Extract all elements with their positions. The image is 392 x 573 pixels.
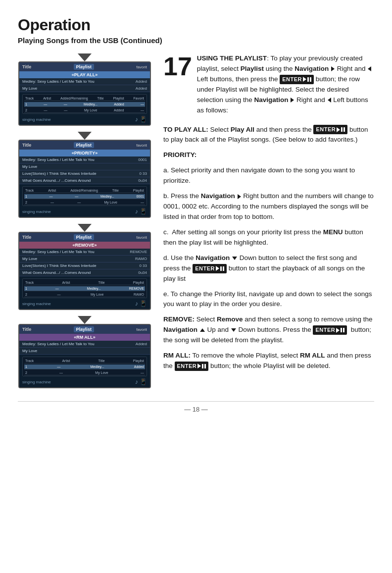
song-title-4-1: Medley: Sexy Ladies / Let Me Talk to You xyxy=(22,342,134,346)
song-num-3-2: RAMO xyxy=(135,257,147,261)
playlist-label-4: «RM ALL» xyxy=(19,334,150,341)
screen-block-1: Title Playlist favorit «PLAY ALL» Medley… xyxy=(18,53,151,126)
playlist-label-1: «PLAY ALL» xyxy=(19,71,150,78)
screen-row-4-2: My Love xyxy=(19,348,150,355)
small-row-3-2: 1—Medley...REMOVE xyxy=(24,286,145,291)
screen-header-1: Title Playlist favorit xyxy=(19,62,150,71)
enter-button-4: ENTER xyxy=(313,325,347,335)
main-content: Title Playlist favorit «PLAY ALL» Medley… xyxy=(18,53,374,389)
small-row-1: TrackArtistAdded/RemainingTitlePlaylistF… xyxy=(24,96,145,101)
screen-bottom-2: TrackArtistAdded/RemainingTitlePlaylist … xyxy=(19,184,150,217)
nav-right-icon-2 xyxy=(291,98,294,103)
song-num-1-2: Added xyxy=(136,86,147,91)
song-num-4-1: Added xyxy=(136,342,147,346)
screen-row-3-1: Medley: Sexy Ladies / Let Me Talk to You… xyxy=(19,249,150,256)
screen-header-3: Title Playlist favorit xyxy=(19,233,150,242)
song-title-2-3: Love(Stories) I Think She Knows Interlud… xyxy=(22,171,137,176)
screen-row-1-1: Medley: Sexy Ladies / Let Me Talk to You… xyxy=(19,78,150,85)
song-num-3-4: 0u34 xyxy=(138,270,147,275)
nav-up-icon-1 xyxy=(200,328,205,332)
song-title-1-2: My Love xyxy=(22,86,134,91)
song-num-3-1: REMOVE xyxy=(130,250,147,254)
playlist-label-3: «REMOVE» xyxy=(19,242,150,249)
col-fav-4: favorit xyxy=(136,327,147,332)
small-row-3: 2——My LoveAdded— xyxy=(24,108,145,113)
screen-block-3: Title Playlist favorit «REMOVE» Medley: … xyxy=(18,224,151,310)
screen-bottom-4: TrackArtistTitlePlaylist 1—Medley...Adde… xyxy=(19,355,150,387)
song-title-3-1: Medley: Sexy Ladies / Let Me Talk to You xyxy=(22,250,128,254)
screen-3: Title Playlist favorit «REMOVE» Medley: … xyxy=(18,232,151,310)
song-title-2-4: What Goes Around.../ ...Comes Around xyxy=(22,178,136,183)
screen-row-2-3: Love(Stories) I Think She Knows Interlud… xyxy=(19,170,150,177)
col-playlist-2: Playlist xyxy=(74,142,95,148)
footer-page-number: — 18 — xyxy=(184,406,208,413)
small-row-3-3: 2—My LoveRAMO xyxy=(24,292,145,297)
small-row-4-2: 1—Medley...Added xyxy=(24,365,145,369)
small-row-3-1: TrackArtistTitlePlaylist xyxy=(24,280,145,285)
enter-button-5: ENTER xyxy=(175,362,209,371)
screen-row-2-4: What Goes Around.../ ...Comes Around 0u3… xyxy=(19,177,150,184)
arrow-down-3 xyxy=(78,224,92,232)
small-row-2: 1——Medley...Added— xyxy=(24,102,145,107)
song-title-4-2: My Love xyxy=(22,349,145,353)
screen-row-2-1: Medley: Sexy Ladies / Let Me Talk to You… xyxy=(19,156,150,163)
song-title-2-2: My Love xyxy=(22,164,145,169)
song-title-3-4: What Goes Around.../ ...Comes Around xyxy=(22,270,136,275)
song-num-1-1: Added xyxy=(136,79,147,84)
song-title-3-2: My Love xyxy=(22,257,133,261)
screen-row-2-2: My Love xyxy=(19,163,150,170)
page-title: Operation xyxy=(18,16,374,34)
small-row-2-2: 1——Medley...0001 xyxy=(24,194,145,199)
screen-1: Title Playlist favorit «PLAY ALL» Medley… xyxy=(18,61,151,126)
screen-bottom-1: TrackArtistAdded/RemainingTitlePlaylistF… xyxy=(19,92,150,125)
nav-down-icon-2 xyxy=(231,328,236,332)
nav-right-icon-1 xyxy=(331,66,335,71)
col-playlist-1: Playlist xyxy=(74,64,95,70)
right-panel: 17 USING THE PLAYLIST: To play your prev… xyxy=(163,53,374,376)
arrow-down-2 xyxy=(78,132,92,140)
small-row-4-1: TrackArtistTitlePlaylist xyxy=(24,359,145,364)
screen-block-4: Title Playlist favorit «RM ALL» Medley: … xyxy=(18,316,151,388)
screen-row-1-2: My Love Added xyxy=(19,85,150,92)
song-num-3-3: 0 33 xyxy=(139,263,147,268)
step-number: 17 xyxy=(163,53,192,79)
playlist-label-2: «PRIORITY» xyxy=(19,150,150,156)
enter-button-3: ENTER xyxy=(193,264,227,273)
nav-left-icon-2 xyxy=(328,98,331,103)
col-fav-1: favorit xyxy=(136,65,147,69)
instructions-body: TO PLAY ALL: Select Play All and then pr… xyxy=(163,125,374,371)
nav-down-icon-1 xyxy=(232,257,237,260)
section-title: Playing Songs from the USB (Continued) xyxy=(18,36,374,45)
enter-button-2: ENTER xyxy=(313,125,347,134)
col-title-2: Title xyxy=(22,143,31,148)
page-footer: — 18 — xyxy=(18,401,374,413)
screen-2: Title Playlist favorit «PRIORITY» Medley… xyxy=(18,140,151,218)
screen-header-2: Title Playlist favorit xyxy=(19,141,150,150)
nav-right-icon-3 xyxy=(238,194,241,199)
instructions-intro: USING THE PLAYLIST: To play your previou… xyxy=(197,53,374,121)
screen-row-3-2: My Love RAMO xyxy=(19,256,150,262)
col-title-1: Title xyxy=(22,64,31,69)
left-panel: Title Playlist favorit «PLAY ALL» Medley… xyxy=(18,53,151,389)
song-title-3-3: Love(Stories) I Think She Knows Interlud… xyxy=(22,263,137,268)
screen-block-2: Title Playlist favorit «PRIORITY» Medley… xyxy=(18,132,151,218)
enter-button-1: ENTER xyxy=(280,75,314,84)
col-playlist-3: Playlist xyxy=(74,234,95,240)
screen-bottom-3: TrackArtistTitlePlaylist 1—Medley...REMO… xyxy=(19,276,150,309)
arrow-down-1 xyxy=(78,53,92,61)
arrow-down-4 xyxy=(78,316,92,324)
song-title-1-1: Medley: Sexy Ladies / Let Me Talk to You xyxy=(22,79,134,84)
small-row-2-1: TrackArtistAdded/RemainingTitlePlaylist xyxy=(24,188,145,193)
col-fav-2: favorit xyxy=(136,143,147,148)
song-num-2-4: 0u34 xyxy=(138,178,147,183)
col-fav-3: favorit xyxy=(136,235,147,240)
nav-left-icon-1 xyxy=(368,66,371,71)
song-num-2-3: 0 33 xyxy=(139,171,147,176)
song-num-2-1: 0001 xyxy=(138,157,147,162)
col-title-4: Title xyxy=(22,327,31,332)
screen-row-3-3: Love(Stories) I Think She Knows Interlud… xyxy=(19,262,150,269)
screen-row-3-4: What Goes Around.../ ...Comes Around 0u3… xyxy=(19,269,150,276)
col-playlist-4: Playlist xyxy=(74,326,95,332)
screen-row-4-1: Medley: Sexy Ladies / Let Me Talk to You… xyxy=(19,341,150,348)
song-title-2-1: Medley: Sexy Ladies / Let Me Talk to You xyxy=(22,157,136,162)
